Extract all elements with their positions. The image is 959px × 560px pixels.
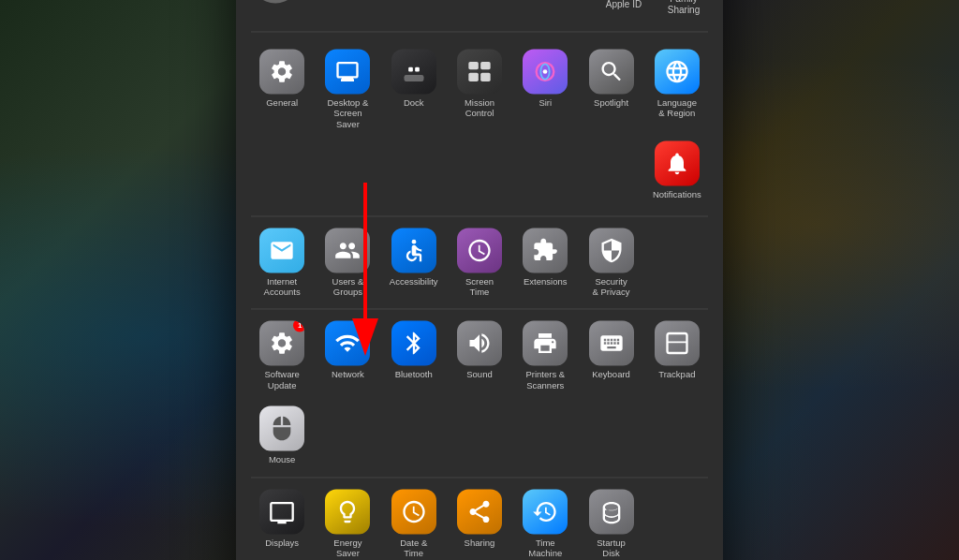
section-2-grid: InternetAccounts Users &Groups Accessibi…	[251, 222, 708, 303]
pref-extensions[interactable]: Extensions	[514, 222, 576, 303]
energy-saver-label: EnergySaver	[333, 538, 361, 559]
svg-rect-6	[480, 73, 491, 81]
pref-sound[interactable]: Sound	[449, 316, 510, 397]
sound-label: Sound	[466, 370, 492, 380]
startup-disk-icon-box	[589, 489, 634, 534]
security-privacy-label: Security& Privacy	[593, 276, 630, 298]
section-divider-2	[251, 309, 708, 310]
pref-bluetooth[interactable]: Bluetooth	[383, 316, 445, 397]
pref-language-region[interactable]: Language& Region	[646, 43, 708, 135]
pref-accessibility[interactable]: Accessibility	[383, 222, 445, 303]
pref-mission-control[interactable]: MissionControl	[449, 43, 510, 135]
trackpad-label: Trackpad	[658, 370, 695, 380]
date-time-label: Date & Time	[390, 538, 438, 559]
notifications-label: Notifications	[653, 190, 701, 200]
time-machine-label: TimeMachine	[528, 538, 562, 559]
startup-disk-label: StartupDisk	[597, 538, 626, 559]
dock-label: Dock	[404, 97, 424, 108]
pref-general[interactable]: General	[251, 43, 313, 135]
pref-trackpad[interactable]: Trackpad	[646, 316, 708, 397]
svg-rect-2	[415, 67, 420, 72]
pref-sharing[interactable]: Sharing	[449, 483, 510, 560]
language-region-label: Language& Region	[657, 97, 697, 119]
section-1-row2: Notifications	[251, 136, 708, 210]
svg-rect-1	[408, 67, 413, 72]
section-3-grid: 1 SoftwareUpdate Network Bluetooth	[251, 316, 708, 471]
notifications-icon-box	[655, 141, 700, 186]
svg-point-10	[411, 239, 416, 243]
date-time-icon-box	[391, 489, 436, 534]
screen-time-label: Screen Time	[455, 276, 504, 298]
pref-desktop-screensaver[interactable]: Desktop &Screen Saver	[317, 43, 378, 135]
software-update-icon-box: 1	[259, 321, 304, 366]
pref-date-time[interactable]: Date & Time	[383, 483, 445, 560]
siri-label: Siri	[539, 97, 552, 108]
sound-icon-box	[457, 321, 502, 366]
security-privacy-icon-box	[589, 228, 634, 273]
svg-rect-0	[404, 75, 423, 81]
pref-displays[interactable]: Displays	[251, 483, 313, 560]
siri-icon-box	[523, 49, 568, 94]
pref-users-groups[interactable]: Users &Groups	[317, 222, 378, 303]
displays-label: Displays	[265, 538, 299, 548]
section-4-grid: Displays EnergySaver Date & Time Sharing	[251, 483, 708, 560]
software-update-badge: 1	[293, 321, 304, 332]
avatar[interactable]: 👤	[251, 0, 300, 3]
general-icon-box	[259, 49, 304, 94]
spotlight-icon-box	[589, 49, 634, 94]
pref-printers-scanners[interactable]: Printers &Scanners	[514, 316, 576, 397]
internet-accounts-label: InternetAccounts	[264, 276, 301, 298]
sharing-icon-box	[457, 489, 502, 534]
internet-accounts-icon-box	[259, 228, 304, 273]
pref-security-privacy[interactable]: Security& Privacy	[580, 222, 642, 303]
dock-icon-box	[391, 49, 436, 94]
pref-internet-accounts[interactable]: InternetAccounts	[251, 222, 313, 303]
pref-energy-saver[interactable]: EnergySaver	[317, 483, 378, 560]
svg-rect-11	[667, 333, 686, 353]
apple-id-label: Apple ID	[606, 0, 642, 10]
apple-id-icon[interactable]: Apple ID	[599, 0, 648, 10]
bluetooth-label: Bluetooth	[395, 370, 433, 380]
family-sharing-label: FamilySharing	[668, 0, 700, 16]
profile-right-icons: Apple ID FamilySharing	[599, 0, 708, 16]
pref-mouse[interactable]: Mouse	[251, 401, 313, 471]
displays-icon-box	[259, 489, 304, 534]
mission-control-label: MissionControl	[465, 97, 494, 119]
pref-notifications[interactable]: Notifications	[646, 136, 708, 206]
pref-keyboard[interactable]: Keyboard	[580, 316, 642, 397]
pref-siri[interactable]: Siri	[514, 43, 576, 135]
section-1-grid: General Desktop &Screen Saver Dock Missi…	[251, 43, 708, 135]
svg-rect-4	[480, 62, 491, 69]
family-sharing-icon[interactable]: FamilySharing	[659, 0, 708, 16]
pref-time-machine[interactable]: TimeMachine	[514, 483, 576, 560]
bluetooth-icon-box	[391, 321, 436, 366]
pref-spotlight[interactable]: Spotlight	[580, 43, 642, 135]
pref-startup-disk[interactable]: StartupDisk	[580, 483, 642, 560]
printers-scanners-icon-box	[523, 321, 568, 366]
language-region-icon-box	[655, 49, 700, 94]
system-preferences-window: ‹ › System Preferences 🔍 👤 Fatima Wahab …	[236, 0, 723, 560]
network-icon-box	[325, 321, 370, 366]
extensions-icon-box	[523, 228, 568, 273]
section-divider-3	[251, 477, 708, 478]
desktop-screensaver-icon-box	[325, 49, 370, 94]
mouse-label: Mouse	[269, 455, 296, 465]
mouse-icon-box	[259, 406, 304, 451]
network-label: Network	[332, 370, 364, 380]
pref-software-update[interactable]: 1 SoftwareUpdate	[251, 316, 313, 397]
users-groups-icon-box	[325, 228, 370, 273]
pref-network[interactable]: Network	[317, 316, 378, 397]
desktop-screensaver-label: Desktop &Screen Saver	[323, 97, 372, 129]
svg-rect-5	[468, 73, 479, 81]
profile-row: 👤 Fatima Wahab Apple ID, iCloud, Media &…	[251, 0, 708, 32]
pref-dock[interactable]: Dock	[383, 43, 445, 135]
keyboard-label: Keyboard	[592, 370, 630, 380]
section-divider-1	[251, 215, 708, 216]
preferences-content: 👤 Fatima Wahab Apple ID, iCloud, Media &…	[236, 0, 723, 560]
general-label: General	[266, 97, 298, 108]
screen-time-icon-box	[457, 228, 502, 273]
printers-scanners-label: Printers &Scanners	[525, 370, 565, 391]
mission-control-icon-box	[457, 49, 502, 94]
spotlight-label: Spotlight	[594, 97, 628, 108]
pref-screen-time[interactable]: Screen Time	[449, 222, 510, 303]
